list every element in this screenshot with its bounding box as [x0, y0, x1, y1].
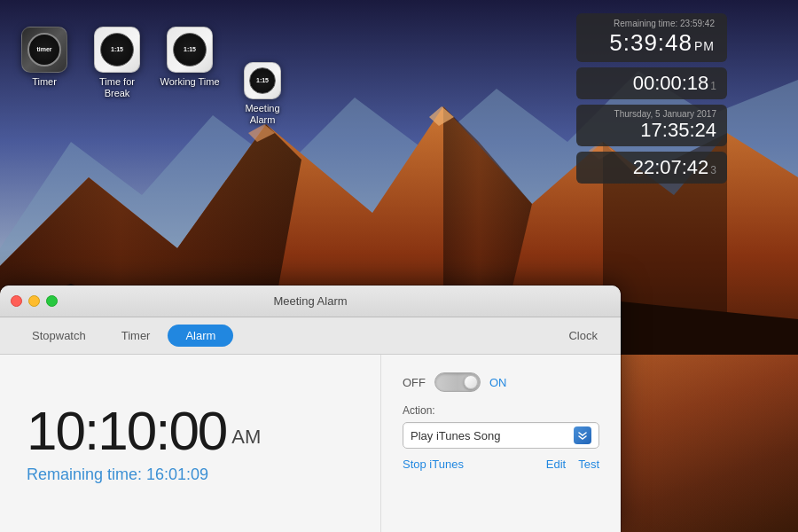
- working-time-icon-image: 1:15: [167, 27, 213, 73]
- tab-timer[interactable]: Timer: [104, 325, 168, 347]
- alarm-controls-panel: OFF ON Action: Play iTunes Song: [381, 355, 621, 532]
- tab-clock[interactable]: Clock: [559, 325, 606, 347]
- action-links-right: Edit Test: [546, 458, 599, 471]
- main-clock-widget: Remaining time: 23:59:42 5:39:48PM: [576, 13, 727, 62]
- main-clock-time-value: 5:39:48: [609, 29, 692, 56]
- window-title: Meeting Alarm: [273, 294, 347, 308]
- tab-alarm[interactable]: Alarm: [168, 325, 233, 347]
- main-clock-time: 5:39:48PM: [589, 29, 715, 57]
- desktop-icon-time-for-break[interactable]: 1:15 Time for Break: [86, 27, 148, 99]
- desktop-icon-working-time[interactable]: 1:15 Working Time: [159, 27, 221, 88]
- stopwatch-time-value: 00:00:18: [633, 72, 709, 94]
- desktop-icons-container: timer Timer 1:15 Time for Break 1:15 Wor…: [13, 27, 293, 126]
- meeting-alarm-icon-image: 1:15: [244, 62, 281, 99]
- main-clock-remaining: Remaining time: 23:59:42: [589, 19, 715, 28]
- tab-stopwatch[interactable]: Stopwatch: [14, 325, 104, 347]
- app-window: Meeting Alarm Stopwatch Timer Alarm Cloc…: [0, 286, 621, 532]
- timer-icon-image: timer: [21, 27, 67, 73]
- close-button[interactable]: [11, 295, 22, 307]
- maximize-button[interactable]: [46, 295, 58, 307]
- main-clock-ampm: PM: [694, 39, 715, 53]
- timer-clock-face: timer: [27, 33, 61, 66]
- alarm-remaining-time: Remaining time: 16:01:09: [27, 466, 208, 484]
- alarm-time-value: 10:10:00: [27, 400, 226, 461]
- timer-widget-2-badge: 3: [710, 164, 716, 176]
- alarm-time-display: 10:10:00AM: [27, 403, 261, 458]
- stopwatch-widget: 00:00:181: [576, 67, 727, 99]
- main-content: 10:10:00AM Remaining time: 16:01:09 OFF …: [0, 355, 621, 532]
- timer-widget-2-value: 22:07:42: [633, 156, 709, 178]
- meeting-alarm-icon-label: Meeting Alarm: [231, 103, 293, 126]
- edit-link[interactable]: Edit: [546, 458, 566, 471]
- action-dropdown-value: Play iTunes Song: [411, 429, 574, 442]
- alarm-ampm: AM: [231, 426, 261, 448]
- tab-bar: Stopwatch Timer Alarm Clock: [0, 317, 621, 355]
- timer-icon-label: Timer: [32, 76, 57, 88]
- stopwatch-badge: 1: [710, 80, 716, 92]
- action-dropdown[interactable]: Play iTunes Song: [403, 422, 599, 449]
- action-label: Action:: [403, 404, 599, 417]
- test-link[interactable]: Test: [578, 458, 599, 471]
- dropdown-arrow-icon: [574, 426, 591, 444]
- alarm-toggle-switch[interactable]: [434, 372, 481, 392]
- toggle-on-label: ON: [489, 376, 507, 389]
- window-controls: [11, 295, 58, 307]
- timer-clock-text: timer: [36, 46, 51, 53]
- desktop-icon-meeting-alarm[interactable]: 1:15 Meeting Alarm: [231, 62, 293, 126]
- stop-itunes-button[interactable]: Stop iTunes: [403, 458, 464, 471]
- date-clock-date: Thursday, 5 January 2017: [587, 109, 716, 119]
- clock-widgets-container: Remaining time: 23:59:42 5:39:48PM 00:00…: [576, 13, 727, 184]
- time-for-break-icon-label: Time for Break: [86, 76, 148, 99]
- desktop-icon-timer[interactable]: timer Timer: [13, 27, 75, 88]
- stopwatch-time: 00:00:181: [587, 72, 716, 95]
- toggle-off-label: OFF: [403, 376, 426, 389]
- meeting-alarm-clock-text: 1:15: [256, 77, 269, 84]
- timer-widget-2-time: 22:07:423: [587, 156, 716, 179]
- working-time-clock-text: 1:15: [184, 46, 196, 53]
- toggle-knob: [464, 375, 478, 389]
- desktop: timer Timer 1:15 Time for Break 1:15 Wor…: [0, 0, 798, 532]
- minimize-button[interactable]: [28, 295, 40, 307]
- time-for-break-icon-image: 1:15: [94, 27, 140, 73]
- alarm-toggle-row: OFF ON: [403, 372, 599, 392]
- action-links-row: Stop iTunes Edit Test: [403, 458, 599, 471]
- alarm-time-panel: 10:10:00AM Remaining time: 16:01:09: [0, 355, 381, 532]
- date-clock-widget: Thursday, 5 January 2017 17:35:24: [576, 105, 727, 146]
- time-for-break-clock-face: 1:15: [100, 33, 134, 66]
- meeting-alarm-clock-face: 1:15: [249, 67, 276, 94]
- time-for-break-clock-text: 1:15: [111, 46, 123, 53]
- date-clock-time: 17:35:24: [587, 119, 716, 142]
- working-time-clock-face: 1:15: [173, 33, 207, 66]
- title-bar: Meeting Alarm: [0, 286, 621, 317]
- timer-widget-2: 22:07:423: [576, 152, 727, 184]
- working-time-icon-label: Working Time: [160, 76, 219, 88]
